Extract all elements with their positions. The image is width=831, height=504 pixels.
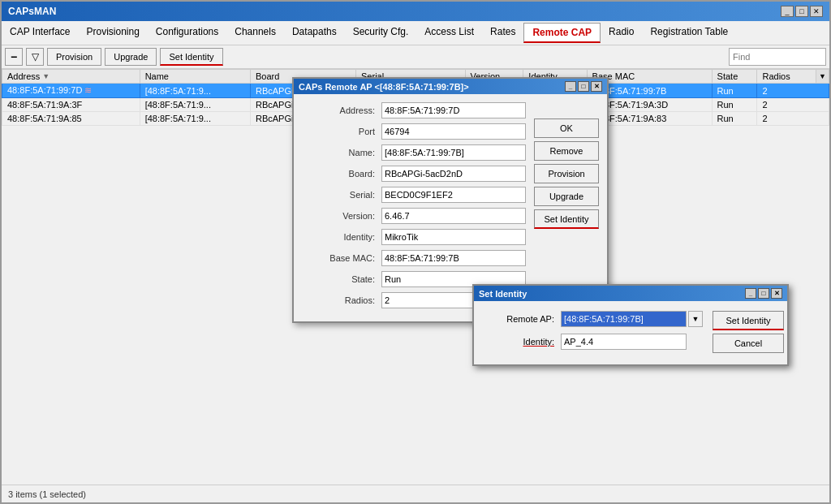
find-input[interactable] (729, 48, 826, 66)
tab-configurations[interactable]: Configurations (148, 23, 226, 43)
table-cell: [48:8F:5A:71:9... (140, 98, 250, 112)
data-table-wrapper: Address ▼ Name Board Serial Version Iden… (2, 69, 829, 485)
table-cell: 48:8F:5A:71:9A:3F (2, 98, 140, 112)
port-input[interactable] (381, 123, 526, 140)
set-identity-toolbar-button[interactable]: Set Identity (160, 48, 222, 66)
name-label: Name: (302, 148, 375, 157)
identity-label: Identity: (302, 232, 375, 242)
si-identity-row: Identity: (485, 334, 703, 350)
table-cell: [48:8F:5A:71:9... (140, 84, 250, 98)
state-input[interactable] (381, 271, 526, 287)
upgrade-toolbar-button[interactable]: Upgrade (105, 48, 157, 66)
tab-access-list[interactable]: Access List (416, 23, 482, 43)
dialog-title-controls: _ □ ✕ (565, 81, 602, 92)
si-remote-ap-dropdown[interactable]: ▼ (688, 311, 703, 327)
version-row: Version: (302, 208, 526, 224)
table-cell: 48:8F:5A:71:99:7D ≋ (2, 84, 140, 98)
table-cell: 2 (757, 98, 829, 112)
port-row: Port (302, 123, 526, 140)
dialog-actions: OK Remove Provision Upgrade Set Identity (534, 118, 599, 229)
serial-label: Serial: (302, 190, 375, 200)
board-input[interactable] (381, 166, 526, 182)
table-cell: Run (712, 112, 757, 126)
tab-radio[interactable]: Radio (601, 23, 642, 43)
identity-row: Identity: (302, 229, 526, 245)
filter-button[interactable]: ▽ (26, 48, 44, 66)
si-cancel-btn[interactable]: Cancel (713, 334, 784, 353)
tab-channels[interactable]: Channels (226, 23, 284, 43)
upgrade-button-dialog[interactable]: Upgrade (534, 187, 599, 206)
close-button[interactable]: ✕ (810, 6, 823, 17)
col-header-state[interactable]: State (712, 70, 757, 84)
modal-overlay: CAPs Remote AP <[48:8F:5A:71:99:7B]> _ □… (2, 69, 829, 485)
address-label: Address: (302, 106, 375, 115)
si-maximize-btn[interactable]: □ (758, 288, 769, 299)
base-mac-input[interactable] (381, 250, 526, 266)
table-cell: [48:8F:5A:71:9... (140, 112, 250, 126)
ok-button[interactable]: OK (534, 118, 599, 138)
remove-button[interactable]: − (5, 48, 23, 66)
board-label: Board: (302, 169, 375, 179)
table-cell: Run (712, 98, 757, 112)
table-cell: 2 (757, 112, 829, 126)
title-bar-controls: _ □ ✕ (781, 6, 823, 17)
col-header-address[interactable]: Address ▼ (2, 70, 140, 84)
port-label: Port (302, 127, 375, 136)
provision-button-dialog[interactable]: Provision (534, 164, 599, 183)
tab-rates[interactable]: Rates (482, 23, 523, 43)
tab-cap-interface[interactable]: CAP Interface (2, 23, 78, 43)
state-row: State: (302, 271, 526, 287)
remote-cap-dialog: CAPs Remote AP <[48:8F:5A:71:99:7B]> _ □… (292, 77, 609, 323)
si-identity-label: Identity: (485, 337, 554, 347)
name-row: Name: (302, 144, 526, 161)
serial-row: Serial: (302, 187, 526, 203)
address-row: Address: (302, 102, 526, 118)
address-input[interactable] (381, 102, 526, 118)
tab-datapaths[interactable]: Datapaths (284, 23, 345, 43)
version-input[interactable] (381, 208, 526, 224)
dialog-maximize-btn[interactable]: □ (578, 81, 589, 92)
tab-remote-cap[interactable]: Remote CAP (523, 23, 601, 43)
status-text: 3 items (1 selected) (8, 489, 86, 499)
si-minimize-btn[interactable]: _ (745, 288, 756, 299)
version-label: Version: (302, 211, 375, 221)
si-actions: Set Identity Cancel (713, 311, 784, 353)
state-label: State: (302, 274, 375, 284)
main-window: CAPsMAN _ □ ✕ CAP Interface Provisioning… (0, 0, 831, 504)
name-input[interactable] (381, 144, 526, 161)
table-cell: 48:8F:5A:71:9A:85 (2, 112, 140, 126)
base-mac-row: Base MAC: (302, 250, 526, 266)
board-row: Board: (302, 166, 526, 182)
table-cell: 2 (757, 84, 829, 98)
dialog-close-btn[interactable]: ✕ (591, 81, 602, 92)
radios-row: Radios: (302, 292, 526, 308)
si-close-btn[interactable]: ✕ (771, 288, 782, 299)
tab-provisioning[interactable]: Provisioning (78, 23, 147, 43)
base-mac-label: Base MAC: (302, 253, 375, 263)
window-title: CAPsMAN (8, 6, 56, 17)
sort-arrow-address: ▼ (42, 72, 50, 80)
serial-input[interactable] (381, 187, 526, 203)
tab-security-cfg[interactable]: Security Cfg. (345, 23, 417, 43)
tab-registration-table[interactable]: Registration Table (642, 23, 736, 43)
minimize-button[interactable]: _ (781, 6, 794, 17)
remove-button-dialog[interactable]: Remove (534, 141, 599, 161)
col-header-radios[interactable]: Radios ▼ (757, 70, 829, 84)
remote-cap-dialog-title: CAPs Remote AP <[48:8F:5A:71:99:7B]> _ □… (294, 79, 607, 94)
si-identity-input[interactable] (561, 334, 687, 350)
set-identity-button-dialog[interactable]: Set Identity (534, 209, 599, 229)
title-bar: CAPsMAN _ □ ✕ (2, 2, 829, 21)
provision-toolbar-button[interactable]: Provision (47, 48, 101, 66)
si-title-controls: _ □ ✕ (745, 288, 782, 299)
table-cell: Run (712, 84, 757, 98)
toolbar: − ▽ Provision Upgrade Set Identity (2, 45, 829, 69)
dialog-minimize-btn[interactable]: _ (565, 81, 576, 92)
tab-bar: CAP Interface Provisioning Configuration… (2, 21, 829, 45)
column-menu-button[interactable]: ▼ (816, 70, 829, 83)
maximize-button[interactable]: □ (795, 6, 808, 17)
col-header-name[interactable]: Name (140, 70, 250, 84)
identity-input[interactable] (381, 229, 526, 245)
si-set-identity-btn[interactable]: Set Identity (713, 311, 784, 330)
filter-icon: ▽ (32, 51, 39, 62)
radios-input[interactable] (381, 292, 526, 308)
